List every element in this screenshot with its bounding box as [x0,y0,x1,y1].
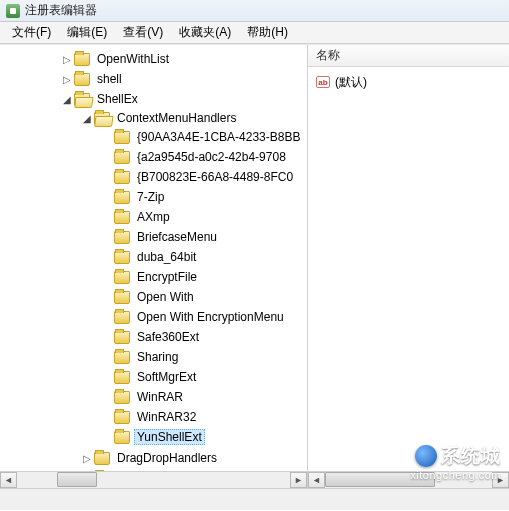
tree-label: EncryptFile [134,269,200,285]
tree-item[interactable]: ▷AXmp [100,208,307,226]
tree-label: Sharing [134,349,181,365]
chevron-down-icon[interactable]: ◢ [80,111,94,125]
tree-item[interactable]: ◢ShellEx [60,90,307,108]
window-title: 注册表编辑器 [25,2,97,19]
menu-help[interactable]: 帮助(H) [239,22,296,43]
tree-item[interactable]: ▷7-Zip [100,188,307,206]
folder-icon [114,151,130,164]
tree-item[interactable]: ▷WinRAR [100,388,307,406]
tree-label: 7-Zip [134,189,167,205]
scroll-left-icon[interactable]: ◄ [308,472,325,488]
scroll-thumb[interactable] [325,472,435,487]
tree-label: Open With EncryptionMenu [134,309,287,325]
folder-icon [114,251,130,264]
tree-label: BriefcaseMenu [134,229,220,245]
scroll-thumb[interactable] [57,472,97,487]
tree-pane: ▷OpenWithList▷shell◢ShellEx◢ContextMenuH… [0,45,308,488]
tree-label: YunShellExt [134,429,205,445]
column-name: 名称 [316,47,340,64]
menubar: 文件(F) 编辑(E) 查看(V) 收藏夹(A) 帮助(H) [0,22,509,44]
chevron-right-icon[interactable]: ▷ [60,52,74,66]
tree-item[interactable]: ▷OpenWithList [60,50,307,68]
tree-item[interactable]: ▷duba_64bit [100,248,307,266]
left-h-scrollbar[interactable]: ◄ ► [0,471,307,488]
titlebar: 注册表编辑器 [0,0,509,22]
tree-item[interactable]: ▷SoftMgrExt [100,368,307,386]
tree-item[interactable]: ◢ContextMenuHandlers [80,109,307,127]
menu-view[interactable]: 查看(V) [115,22,171,43]
folder-icon [114,331,130,344]
tree-label: AXmp [134,209,173,225]
folder-icon [114,371,130,384]
tree-label: {B700823E-66A8-4489-8FC0 [134,169,296,185]
folder-icon [114,211,130,224]
tree-item[interactable]: ▷WinRAR32 [100,408,307,426]
tree-label: ContextMenuHandlers [114,110,239,126]
folder-icon [114,431,130,444]
folder-icon [114,231,130,244]
folder-icon [114,171,130,184]
chevron-right-icon[interactable]: ▷ [60,72,74,86]
folder-icon [94,452,110,465]
tree-label: Open With [134,289,197,305]
folder-icon [114,291,130,304]
folder-icon [74,73,90,86]
tree-label: {90AA3A4E-1CBA-4233-B8BB [134,129,303,145]
column-header[interactable]: 名称 [308,45,509,67]
folder-icon [94,112,110,125]
chevron-down-icon[interactable]: ◢ [60,92,74,106]
scroll-left-icon[interactable]: ◄ [0,472,17,488]
tree-item[interactable]: ▷{90AA3A4E-1CBA-4233-B8BB [100,128,307,146]
tree-label: {a2a9545d-a0c2-42b4-9708 [134,149,289,165]
scroll-right-icon[interactable]: ► [492,472,509,488]
menu-favorites[interactable]: 收藏夹(A) [171,22,239,43]
folder-icon [114,391,130,404]
tree-item[interactable]: ▷EncryptFile [100,268,307,286]
tree-item[interactable]: ▷DragDropHandlers [80,449,307,467]
folder-icon [74,93,90,106]
regedit-icon [6,4,20,18]
tree-item[interactable]: ▷Sharing [100,348,307,366]
tree-label: shell [94,71,125,87]
tree-label: ShellEx [94,91,141,107]
tree-item[interactable]: ▷BriefcaseMenu [100,228,307,246]
folder-icon [114,271,130,284]
tree-label: DragDropHandlers [114,450,220,466]
tree-item[interactable]: ▷Safe360Ext [100,328,307,346]
scroll-track[interactable] [17,472,290,488]
tree-label: WinRAR32 [134,409,199,425]
folder-icon [114,131,130,144]
tree-item[interactable]: ▷shell [60,70,307,88]
tree-label: duba_64bit [134,249,199,265]
menu-file[interactable]: 文件(F) [4,22,59,43]
folder-icon [114,311,130,324]
right-h-scrollbar[interactable]: ◄ ► [308,471,509,488]
folder-icon [114,351,130,364]
tree-label: SoftMgrExt [134,369,199,385]
values-pane: 名称 ab (默认) ◄ ► [308,45,509,488]
scroll-track[interactable] [325,472,492,488]
folder-icon [74,53,90,66]
folder-icon [114,191,130,204]
chevron-right-icon[interactable]: ▷ [80,451,94,465]
tree-label: Safe360Ext [134,329,202,345]
scroll-right-icon[interactable]: ► [290,472,307,488]
tree-label: WinRAR [134,389,186,405]
statusbar [0,488,509,510]
tree-item[interactable]: ▷YunShellExt [100,428,307,446]
tree-item[interactable]: ▷{a2a9545d-a0c2-42b4-9708 [100,148,307,166]
value-label: (默认) [335,74,367,91]
value-default[interactable]: ab (默认) [316,73,501,91]
tree-item[interactable]: ▷Open With EncryptionMenu [100,308,307,326]
tree-item[interactable]: ▷{B700823E-66A8-4489-8FC0 [100,168,307,186]
registry-tree[interactable]: ▷OpenWithList▷shell◢ShellEx◢ContextMenuH… [0,45,307,473]
string-value-icon: ab [316,76,330,88]
tree-label: OpenWithList [94,51,172,67]
tree-item[interactable]: ▷Open With [100,288,307,306]
menu-edit[interactable]: 编辑(E) [59,22,115,43]
folder-icon [114,411,130,424]
